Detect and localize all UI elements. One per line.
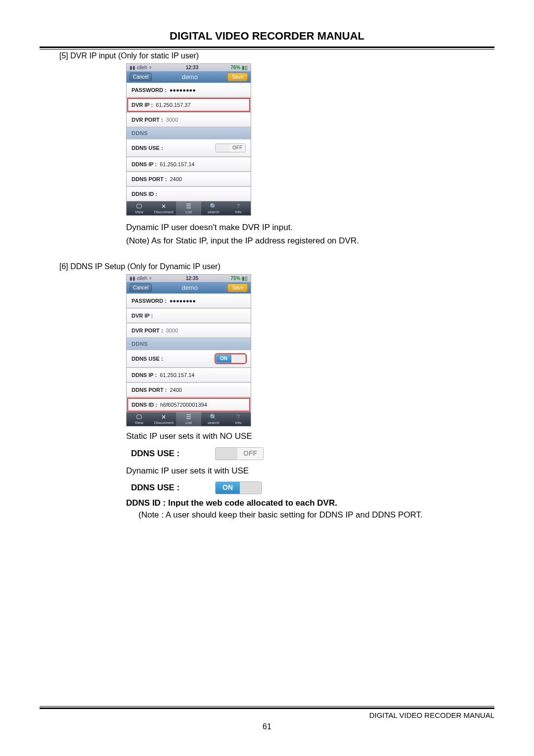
save-button[interactable]: Save xyxy=(227,73,248,81)
toggle-on-label: ON xyxy=(216,482,240,494)
ddns-use-row: DDNS USE : ON xyxy=(127,350,251,368)
phone-nav: 🖵View ✕Disconnect ☰List 🔍search ?Info xyxy=(127,412,251,426)
dvr-port-row[interactable]: DVR PORT : 3000 xyxy=(127,323,251,338)
nav-list[interactable]: ☰List xyxy=(176,201,201,215)
toggle-off-label: OFF xyxy=(229,144,245,152)
nav-search[interactable]: 🔍search xyxy=(201,201,226,215)
nav-view[interactable]: 🖵View xyxy=(127,201,151,215)
ddns-id-value: h6f6057200001394 xyxy=(160,402,207,408)
section6-label: [6] DDNS IP Setup (Only for Dynamic IP u… xyxy=(59,262,494,271)
ddns-id-bold: DDNS ID : Input the web code allocated t… xyxy=(126,498,494,508)
dvr-port-label: DVR PORT : xyxy=(132,117,163,123)
info-icon: ? xyxy=(226,203,251,210)
phone-title: demo xyxy=(181,284,198,291)
disconnect-icon: ✕ xyxy=(151,414,176,421)
nav-view[interactable]: 🖵View xyxy=(127,412,151,426)
dvr-ip-row[interactable]: DVR IP : xyxy=(127,308,251,323)
phone-statusbar: ▮▮ olleh ᯤ 12:35 75% ▮▯ xyxy=(127,275,251,282)
search-icon: 🔍 xyxy=(201,203,226,210)
ddns-ip-label: DDNS IP : xyxy=(132,372,157,378)
page-footer: DIGITAL VIDEO RECODER MANUAL 61 xyxy=(40,706,494,731)
signal-icon: ▮▮ xyxy=(130,276,135,281)
password-row[interactable]: PASSWORD : ●●●●●●●● xyxy=(127,83,251,97)
ddns-port-value: 2400 xyxy=(170,387,182,393)
ddns-use-label: DDNS USE : xyxy=(132,356,163,362)
nav-search[interactable]: 🔍search xyxy=(201,412,226,426)
footer-text: DIGITAL VIDEO RECODER MANUAL xyxy=(40,711,494,719)
save-button[interactable]: Save xyxy=(227,284,248,292)
ddns-use-toggle[interactable]: OFF xyxy=(215,143,246,152)
clock-label: 12:33 xyxy=(186,65,199,70)
wifi-icon: ᯤ xyxy=(149,65,154,70)
ddns-port-row[interactable]: DDNS PORT : 2400 xyxy=(127,382,251,397)
ddns-port-label: DDNS PORT : xyxy=(132,176,167,182)
ddns-id-row[interactable]: DDNS ID : h6f6057200001394 xyxy=(127,397,251,412)
section6-text2: Dynamic IP user sets it with USE xyxy=(126,464,494,477)
password-label: PASSWORD : xyxy=(132,87,167,93)
toggle-off-label: OFF xyxy=(237,448,263,460)
phone-screenshot-6: ▮▮ olleh ᯤ 12:35 75% ▮▯ Cancel demo Save… xyxy=(126,274,251,426)
page-title: DIGITAL VIDEO RECORDER MANUAL xyxy=(40,30,494,43)
section5-text2: (Note) As for Static IP, input the IP ad… xyxy=(126,234,494,247)
nav-list[interactable]: ☰List xyxy=(176,412,201,426)
phone-title: demo xyxy=(181,73,198,81)
dvr-port-label: DVR PORT : xyxy=(132,328,163,333)
search-icon: 🔍 xyxy=(201,414,226,421)
toggle-demo-label: DDNS USE : xyxy=(131,449,215,459)
password-row[interactable]: PASSWORD : ●●●●●●●● xyxy=(127,293,251,308)
nav-info[interactable]: ?Info xyxy=(226,412,251,426)
dvr-port-value: 3000 xyxy=(166,117,178,123)
ddns-use-toggle[interactable]: ON xyxy=(216,354,246,363)
dvr-ip-label: DVR IP : xyxy=(132,313,153,319)
toggle-pad xyxy=(231,355,245,363)
password-value: ●●●●●●●● xyxy=(170,298,196,304)
carrier-label: ▮▮ olleh ᯤ xyxy=(130,276,154,281)
toggle-pad xyxy=(216,448,237,460)
toggle-pad xyxy=(216,144,229,152)
toggle-demo-on: DDNS USE : ON xyxy=(131,481,494,494)
carrier-label: ▮▮ olleh ᯤ xyxy=(130,65,154,70)
ddns-ip-value: 61.250.157.14 xyxy=(160,161,194,167)
dvr-port-row[interactable]: DVR PORT : 3000 xyxy=(127,112,251,127)
page-number: 61 xyxy=(40,722,494,731)
ddns-id-label: DDNS ID : xyxy=(132,402,157,408)
footer-rule xyxy=(40,706,494,709)
ddns-use-row: DDNS USE : OFF xyxy=(127,139,251,157)
ddns-port-row[interactable]: DDNS PORT : 2400 xyxy=(127,172,251,187)
nav-disconnect[interactable]: ✕Disconnect xyxy=(151,201,176,215)
section6-text1: Static IP user sets it with NO USE xyxy=(126,429,494,443)
dvr-ip-label: DVR IP : xyxy=(132,102,153,108)
ddns-id-label: DDNS ID : xyxy=(132,191,157,197)
phone-nav: 🖵View ✕Disconnect ☰List 🔍search ?Info xyxy=(127,201,251,215)
cancel-button[interactable]: Cancel xyxy=(130,284,152,292)
monitor-icon: 🖵 xyxy=(127,414,151,421)
ddns-port-label: DDNS PORT : xyxy=(132,387,167,393)
section5-label: [5] DVR IP input (Only for static IP use… xyxy=(59,51,494,60)
signal-icon: ▮▮ xyxy=(130,65,135,70)
nav-info[interactable]: ?Info xyxy=(226,201,251,215)
password-value: ●●●●●●●● xyxy=(170,87,196,93)
toggle-on[interactable]: ON xyxy=(215,481,262,494)
ddns-header: DDNS xyxy=(127,338,251,350)
battery-icon: ▮▯ xyxy=(242,65,248,70)
password-label: PASSWORD : xyxy=(132,298,167,304)
toggle-demo-off: DDNS USE : OFF xyxy=(131,447,494,460)
toggle-off[interactable]: OFF xyxy=(215,447,264,460)
phone-header: Cancel demo Save xyxy=(127,282,251,293)
battery-label: 76% ▮▯ xyxy=(230,65,248,70)
nav-disconnect[interactable]: ✕Disconnect xyxy=(151,412,176,426)
header-rule xyxy=(40,47,494,49)
wifi-icon: ᯤ xyxy=(149,276,154,281)
dvr-ip-value: 61.250.157.37 xyxy=(156,102,190,108)
ddns-ip-row[interactable]: DDNS IP : 61.250.157.14 xyxy=(127,157,251,172)
ddns-id-row[interactable]: DDNS ID : xyxy=(127,187,251,201)
toggle-pad xyxy=(240,482,262,494)
ddns-ip-label: DDNS IP : xyxy=(132,161,157,167)
phone-screenshot-5: ▮▮ olleh ᯤ 12:33 76% ▮▯ Cancel demo Save… xyxy=(126,63,251,216)
ddns-ip-row[interactable]: DDNS IP : 61.250.157.14 xyxy=(127,368,251,382)
ddns-port-value: 2400 xyxy=(170,176,182,182)
phone-statusbar: ▮▮ olleh ᯤ 12:33 76% ▮▯ xyxy=(127,64,251,71)
cancel-button[interactable]: Cancel xyxy=(130,73,152,81)
dvr-ip-row[interactable]: DVR IP : 61.250.157.37 xyxy=(127,97,251,112)
battery-icon: ▮▯ xyxy=(242,276,248,281)
